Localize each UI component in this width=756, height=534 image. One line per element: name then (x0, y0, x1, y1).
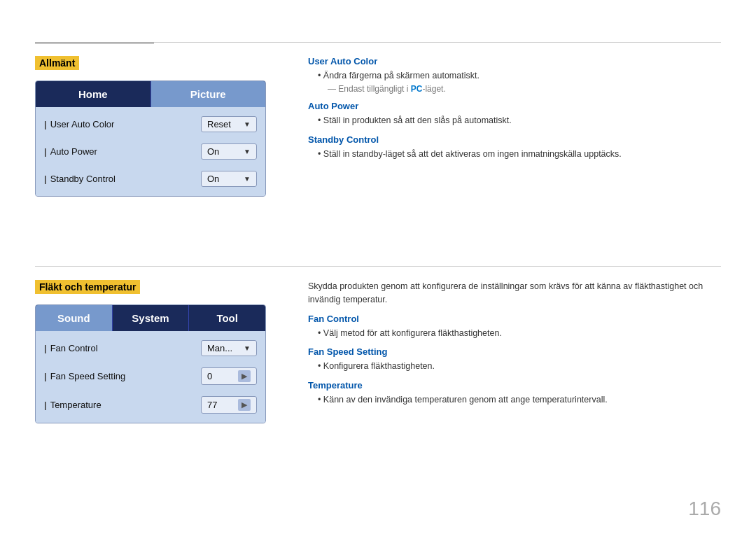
row-fan-control: Fan Control Man... ▼ (36, 335, 265, 362)
page-container: Allmänt Home Picture User Auto Color Res… (0, 0, 756, 534)
row-fan-speed: Fan Speed Setting 0 ▶ (36, 362, 265, 391)
tab-system[interactable]: System (113, 305, 190, 331)
allmant-title: Allmänt (35, 56, 79, 70)
value-text-77: 77 (207, 400, 217, 410)
desc-heading-standby: Standby Control (308, 134, 721, 145)
top-line (35, 42, 721, 43)
desc-heading-user-auto-color: User Auto Color (308, 56, 721, 66)
row-user-auto-color: User Auto Color Reset ▼ (36, 111, 265, 138)
desc-text-fss-1: Konfigurera fläkthastigheten. (318, 360, 721, 373)
flakt-ui-panel: Fläkt och temperatur Sound System Tool F… (35, 280, 266, 423)
value-fan-control[interactable]: Man... ▼ (201, 340, 257, 356)
nav-arrow-speed[interactable]: ▶ (238, 370, 251, 382)
allmant-description: User Auto Color Ändra färgerna på skärme… (308, 56, 721, 162)
value-text-on1: On (207, 146, 219, 157)
desc-text-ap-1: Ställ in produkten så att den slås på au… (318, 114, 721, 127)
value-standby-control[interactable]: On ▼ (201, 171, 257, 187)
desc-text-fc-1: Välj metod för att konfigurera fläkthast… (318, 327, 721, 340)
flakt-tabs: Sound System Tool (36, 305, 265, 331)
row-auto-power: Auto Power On ▼ (36, 138, 265, 165)
desc-text-temp-1: Känn av den invändiga temperaturen genom… (318, 393, 721, 407)
desc-heading-fan-speed: Fan Speed Setting (308, 346, 721, 357)
value-text-on2: On (207, 174, 219, 184)
tab-picture[interactable]: Picture (151, 81, 266, 107)
allmant-rows: User Auto Color Reset ▼ Auto Power On ▼ (36, 107, 265, 196)
flakt-description: Skydda produkten genom att konfigurera d… (308, 280, 721, 408)
row-standby-control: Standby Control On ▼ (36, 165, 265, 192)
value-temperature[interactable]: 77 ▶ (201, 396, 257, 414)
dropdown-arrow-reset: ▼ (244, 120, 251, 128)
nav-arrow-temp[interactable]: ▶ (238, 399, 251, 411)
desc-text-uac-1: Ändra färgerna på skärmen automatiskt. (318, 69, 721, 83)
value-user-auto-color[interactable]: Reset ▼ (201, 116, 257, 132)
row-temperature: Temperature 77 ▶ (36, 391, 265, 419)
mid-line (35, 266, 721, 267)
label-auto-power: Auto Power (44, 146, 201, 157)
allmant-tabs: Home Picture (36, 81, 265, 107)
tab-tool[interactable]: Tool (189, 305, 265, 331)
highlight-pc: PC (411, 84, 423, 94)
label-temperature: Temperature (44, 400, 201, 410)
flakt-title: Fläkt och temperatur (35, 280, 140, 294)
flakt-menu-panel: Sound System Tool Fan Control Man... ▼ (35, 304, 266, 423)
desc-text-sc-1: Ställ in standby-läget så att det aktive… (318, 148, 721, 161)
value-auto-power[interactable]: On ▼ (201, 143, 257, 160)
label-user-auto-color: User Auto Color (44, 119, 201, 129)
page-number: 116 (688, 498, 721, 520)
allmant-ui-panel: Allmänt Home Picture User Auto Color Res… (35, 56, 266, 197)
dropdown-arrow-man: ▼ (244, 344, 251, 352)
value-fan-speed[interactable]: 0 ▶ (201, 367, 257, 385)
desc-sub-uac-1: Endast tillgängligt i PC-läget. (328, 84, 721, 94)
label-standby-control: Standby Control (44, 174, 201, 184)
value-text-0: 0 (207, 371, 212, 381)
desc-heading-fan-control: Fan Control (308, 314, 721, 324)
flakt-rows: Fan Control Man... ▼ Fan Speed Setting 0… (36, 331, 265, 423)
desc-heading-temperature: Temperature (308, 380, 721, 391)
dropdown-arrow-on1: ▼ (244, 148, 251, 155)
allmant-menu-panel: Home Picture User Auto Color Reset ▼ Au (35, 80, 266, 197)
tab-sound[interactable]: Sound (36, 305, 113, 331)
label-fan-control: Fan Control (44, 343, 201, 353)
desc-heading-auto-power: Auto Power (308, 101, 721, 111)
label-fan-speed: Fan Speed Setting (44, 371, 201, 381)
value-text-man: Man... (207, 343, 232, 353)
value-text-reset: Reset (207, 119, 231, 129)
dropdown-arrow-on2: ▼ (244, 175, 251, 183)
flakt-intro-text: Skydda produkten genom att konfigurera d… (308, 280, 721, 307)
tab-home[interactable]: Home (36, 81, 151, 107)
